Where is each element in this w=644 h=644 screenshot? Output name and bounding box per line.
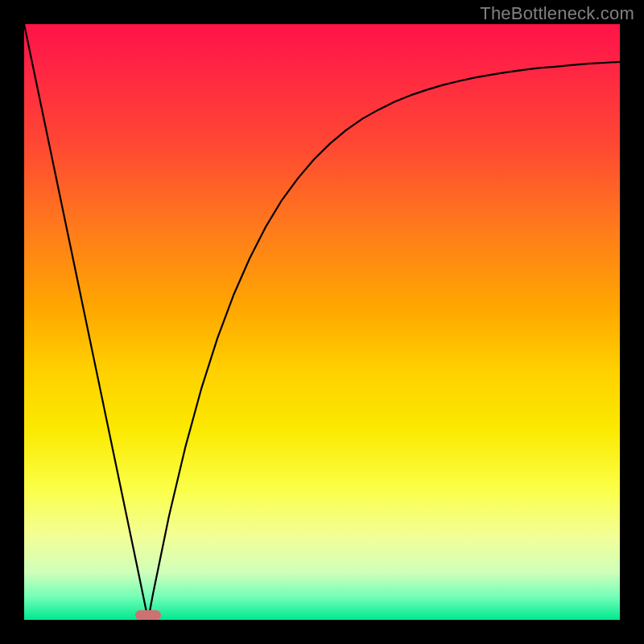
chart-container: TheBottleneck.com (0, 0, 644, 644)
bottleneck-curve (24, 24, 620, 620)
minimum-marker (135, 610, 161, 620)
curve-left-branch (24, 24, 148, 620)
plot-area (24, 24, 620, 620)
attribution-label: TheBottleneck.com (480, 3, 634, 24)
curve-right-branch (148, 62, 620, 620)
